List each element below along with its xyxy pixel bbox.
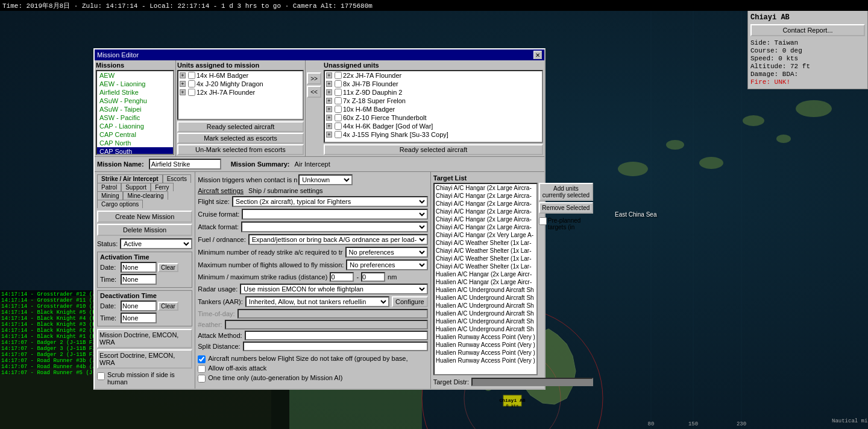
me-tab[interactable]: Mining	[97, 191, 123, 200]
target-item[interactable]: Chiayi A/C Weather Shelter (1x Lar-	[435, 255, 536, 262]
mission-list-item[interactable]: CAP North	[97, 139, 173, 147]
remove-selected-btn[interactable]: Remove Selected	[539, 202, 593, 214]
deactiv-date-input[interactable]	[121, 300, 157, 311]
unassigned-unit-item[interactable]: +8x JH-7B Flounder	[325, 80, 542, 88]
me-checkbox[interactable]	[198, 355, 206, 363]
target-item[interactable]: Hualien A/C Underground Aircraft Sh	[435, 317, 536, 325]
unassigned-unit-item[interactable]: +11x Z-9D Dauphin 2	[325, 88, 542, 97]
me-checkbox[interactable]	[198, 375, 206, 383]
radar-select[interactable]: Use mission EMCON for whole flightplan	[240, 284, 427, 294]
mission-list-item[interactable]: CAP Central	[97, 130, 173, 139]
unassigned-unit-item[interactable]: +44x H-6K Badger [God of War]	[325, 122, 542, 130]
target-item[interactable]: Hualien A/C Underground Aircraft Sh	[435, 310, 536, 317]
max-flights-select[interactable]: No preferences	[346, 259, 427, 270]
me-tab[interactable]: Support	[121, 183, 151, 191]
split-distance-input[interactable]	[243, 342, 428, 351]
flight-size-select[interactable]: Section (2x aircraft), typical for Fight…	[232, 196, 428, 207]
assign-right-btn[interactable]: >>	[307, 72, 321, 84]
unmark-escorts-btn[interactable]: Un-Mark selected from escorts	[177, 144, 304, 155]
me-tab[interactable]: Cargo options	[97, 200, 143, 208]
delete-mission-btn[interactable]: Delete Mission	[97, 224, 192, 236]
escort-doctrine-btn[interactable]: Escort Doctrine, EMCON, WRA	[97, 349, 192, 369]
target-item[interactable]: Chiayi A/C Hangar (2x Large Aircra-	[435, 192, 536, 200]
target-item[interactable]: Hualien Runway Access Point (Very )	[435, 349, 536, 357]
mission-triggers-select[interactable]: Unknown	[298, 174, 353, 185]
status-select[interactable]: Active Inactive	[120, 238, 192, 249]
me-checkbox[interactable]	[198, 365, 206, 373]
assigned-list[interactable]: +14x H-6M Badger+4x J-20 Mighty Dragon+1…	[177, 70, 304, 120]
mission-name-input[interactable]	[149, 159, 221, 170]
unassigned-unit-item[interactable]: +22x JH-7A Flounder	[325, 71, 542, 80]
unassigned-unit-item[interactable]: +7x Z-18 Super Frelon	[325, 97, 542, 105]
deactiv-date-clear-btn[interactable]: Clear	[158, 302, 178, 311]
target-list[interactable]: Chiayi A/C Hangar (2x Large Aircra-Chiay…	[433, 183, 538, 375]
me-close-btn[interactable]: ✕	[533, 51, 542, 59]
target-list-area: Chiayi A/C Hangar (2x Large Aircra-Chiay…	[433, 183, 593, 375]
max-radius-input[interactable]	[361, 272, 385, 282]
me-tab[interactable]: Escorts	[163, 174, 191, 183]
target-item[interactable]: Hualien A/C Underground Aircraft Sh	[435, 302, 536, 310]
missions-list[interactable]: AEWAEW - LiaoningAirfield StrikeASuW - P…	[96, 70, 174, 155]
mission-list-item[interactable]: AEW	[97, 71, 173, 80]
configure-btn[interactable]: Configure	[392, 296, 428, 307]
cruise-format-select[interactable]	[242, 209, 427, 220]
scrub-checkbox[interactable]	[97, 372, 105, 380]
assigned-unit-item[interactable]: +4x J-20 Mighty Dragon	[178, 80, 303, 88]
ready-selected-btn[interactable]: Ready selected aircraft	[177, 121, 304, 132]
target-item[interactable]: Chiayi A/C Weather Shelter (1x Lar-	[435, 239, 536, 247]
target-item[interactable]: Hualien A/C Underground Aircraft Sh	[435, 325, 536, 333]
tankers-select[interactable]: Inherited, Allow, but not tankers refuel…	[245, 296, 389, 307]
target-item[interactable]: Chiayi A/C Hangar (2x Large Aircra-	[435, 223, 536, 231]
activ-time-input[interactable]	[121, 274, 157, 285]
target-item[interactable]: Chiayi A/C Hangar (2x Large Aircra-	[435, 184, 536, 192]
ship-sub-tab[interactable]: Ship / submarine settings	[248, 187, 323, 194]
me-tab[interactable]: Mine-clearing	[123, 191, 168, 200]
me-tab[interactable]: Ferry	[151, 183, 173, 191]
create-mission-btn[interactable]: Create New Mission	[97, 211, 192, 223]
unassigned-unit-item[interactable]: +4x J-15S Flying Shark [Su-33 Copy]	[325, 130, 542, 139]
contact-report-button[interactable]: Contact Report...	[750, 24, 865, 36]
mission-list-item[interactable]: Airfield Strike	[97, 88, 173, 97]
mission-list-item[interactable]: ASW - Pacific	[97, 113, 173, 122]
attack-method-input[interactable]	[245, 331, 428, 340]
mission-list-item[interactable]: CAP - Liaoning	[97, 122, 173, 130]
unassigned-unit-item[interactable]: +10x H-6M Badger	[325, 105, 542, 113]
activ-date-input[interactable]	[121, 262, 157, 273]
unassigned-unit-item[interactable]: +60x Z-10 Fierce Thunderbolt	[325, 113, 542, 122]
target-item[interactable]: Hualien Runway Access Point (Very )	[435, 341, 536, 349]
target-item[interactable]: Chiayi A/C Hangar (2x Large Aircra-	[435, 208, 536, 215]
target-item[interactable]: Hualien A/C Hangar (2x Large Aircr-	[435, 278, 536, 286]
assigned-unit-item[interactable]: +14x H-6M Badger	[178, 71, 303, 80]
deactiv-time-input[interactable]	[121, 313, 157, 323]
min-radius-input[interactable]	[330, 272, 354, 282]
target-item[interactable]: Hualien A/C Underground Aircraft Sh	[435, 294, 536, 302]
target-item[interactable]: Chiayi A/C Hangar (2x Large Aircra-	[435, 215, 536, 223]
ready-selected-btn2[interactable]: Ready selected aircraft	[324, 144, 543, 155]
target-item[interactable]: Chiayi A/C Weather Shelter (1x Lar-	[435, 247, 536, 255]
target-item[interactable]: Chiayi A/C Weather Shelter (1x Lar-	[435, 262, 536, 270]
target-item[interactable]: Hualien A/C Hangar (2x Large Aircr-	[435, 270, 536, 278]
target-item[interactable]: Chiayi A/C Hangar (2x Large Aircra-	[435, 200, 536, 208]
attack-format-select[interactable]	[241, 221, 428, 232]
min-ready-select[interactable]: No preferences	[345, 247, 428, 258]
add-units-btn[interactable]: Add units currently selected	[539, 183, 593, 201]
unassigned-list[interactable]: +22x JH-7A Flounder+8x JH-7B Flounder+11…	[324, 70, 543, 143]
fuel-ord-select[interactable]: Expand/jettison or bring back A/G ordnan…	[248, 234, 428, 245]
me-tab[interactable]: Patrol	[97, 183, 121, 191]
activ-date-clear-btn[interactable]: Clear	[158, 263, 178, 272]
mission-list-item[interactable]: AEW - Liaoning	[97, 80, 173, 88]
target-item[interactable]: Hualien Runway Access Point (Very )	[435, 333, 536, 341]
target-item[interactable]: Chiayi A/C Hangar (2x Very Large A-	[435, 231, 536, 239]
target-item[interactable]: Hualien A/C Underground Aircraft Sh	[435, 286, 536, 294]
pre-planned-checkbox[interactable]	[539, 217, 547, 225]
mission-list-item[interactable]: CAP South	[97, 147, 173, 155]
me-tab[interactable]: Strike / Air Intercept	[97, 174, 163, 183]
mission-list-item[interactable]: ASuW - Taipei	[97, 105, 173, 113]
aircraft-settings-tab[interactable]: Aircraft settings	[198, 187, 244, 194]
assigned-unit-item[interactable]: +12x JH-7A Flounder	[178, 88, 303, 97]
mark-escorts-btn[interactable]: Mark selected as escorts	[177, 133, 304, 144]
mission-doctrine-btn[interactable]: Mission Doctrine, EMCON, WRA	[97, 329, 192, 348]
target-item[interactable]: Hualien Runway Access Point (Very )	[435, 357, 536, 364]
assign-left-btn[interactable]: <<	[307, 86, 321, 98]
mission-list-item[interactable]: ASuW - Penghu	[97, 97, 173, 105]
